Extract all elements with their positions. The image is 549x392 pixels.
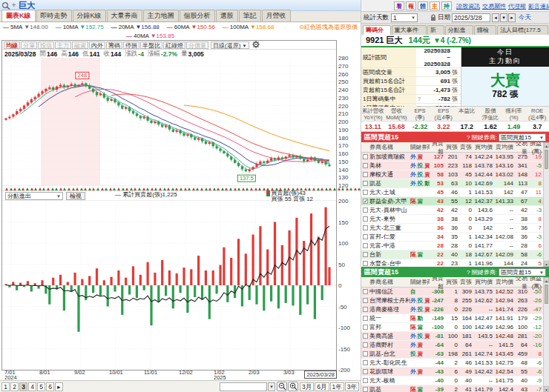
checkbox[interactable] <box>363 154 368 159</box>
gear-icon[interactable] <box>252 41 260 50</box>
analysis-tab-1[interactable]: 籌碼分析 <box>363 25 391 35</box>
table-row[interactable]: 統一隔,動-14915164142.47141.91179-29 <box>361 314 549 323</box>
add-icon[interactable]: + <box>12 1 16 9</box>
chart-tool-內外[interactable]: 內外 <box>89 41 105 49</box>
table-row[interactable]: ✓群益金鼎-大甲隔,當435512142.37141.33674 <box>361 197 549 206</box>
checkbox[interactable] <box>363 163 368 168</box>
chart-tool-停損[interactable]: 停損 <box>123 41 139 49</box>
analysis-tab-5[interactable]: 體檢表 <box>474 25 496 35</box>
table-row[interactable]: 凱基隔,當-39241141.79142.443-7 <box>361 385 549 392</box>
table-row[interactable]: 美商高盛外,投,資-81100181143.5142.48281-20 <box>361 332 549 341</box>
net-buy-sell-chart[interactable] <box>2 201 336 370</box>
checkbox[interactable] <box>363 172 368 177</box>
analysis-tab-3[interactable]: 新聞 <box>427 25 444 35</box>
buy-key-select[interactable]: 區間買超15▼ <box>499 133 546 142</box>
chart-tool-籌碼[interactable]: 籌碼 <box>106 41 122 49</box>
chart-tool-半盤比[interactable]: 半盤比 <box>140 41 162 49</box>
period-button-1年[interactable]: 1年 <box>330 382 344 391</box>
tab-6[interactable]: 個股分析 <box>180 10 215 21</box>
lock-icon[interactable] <box>430 14 436 21</box>
page-button-1[interactable]: 1 <box>1 382 10 391</box>
range-input[interactable] <box>220 382 267 391</box>
stat-days-select[interactable]: 1▼ <box>391 13 418 22</box>
period-button-3月[interactable]: 3月 <box>300 382 314 391</box>
checkbox[interactable]: ✓ <box>363 199 368 204</box>
table-row[interactable]: 凱基-台北投,資-63198261142.74143.454598 <box>361 350 549 359</box>
analysis-tab-2[interactable]: 重大事件(1) <box>392 25 427 35</box>
date-next-button[interactable]: ► <box>508 13 516 22</box>
zoom-in-button[interactable] <box>288 382 298 391</box>
table-scrollbar[interactable]: ▲▼ <box>543 277 549 392</box>
table-row[interactable]: 新加坡商瑞銀外,資12720174142.24143.9527519 <box>361 153 549 162</box>
checkbox[interactable] <box>363 234 368 239</box>
checkbox[interactable] <box>363 225 368 230</box>
table-row[interactable]: 花旗環球外,資-43649142.42142.5455-6 <box>361 368 549 376</box>
table-row[interactable]: 台新隔,當224018142.67142.0958-6 <box>361 250 549 259</box>
quick-button-體檢[interactable]: 體檢 <box>418 1 428 10</box>
quick-button-主力[interactable]: 主力 <box>430 1 440 10</box>
quick-link-交易屬性[interactable]: 交易屬性 <box>482 3 506 10</box>
period-button-3年[interactable]: 3年 <box>345 382 359 391</box>
tab-8[interactable]: 筆記 <box>239 10 261 21</box>
checkbox[interactable] <box>363 207 368 213</box>
search-icon[interactable] <box>1 1 11 10</box>
table-row[interactable]: 元大-東勢38380143.29--388 <box>361 215 549 224</box>
table-row[interactable]: 元大-土城45461141.531424711 <box>361 188 549 197</box>
period-button-6月[interactable]: 6月 <box>315 382 329 391</box>
table-row[interactable]: 富邦-仁愛34351142.34142.0836-3 <box>361 233 549 242</box>
analysis-tab-6[interactable]: 法人目標(177.5元) <box>497 25 548 35</box>
quick-link-代理權[interactable]: 代理權 <box>508 3 526 10</box>
chart-tool-融資[interactable]: 融資 <box>72 41 88 49</box>
table-row[interactable]: 美林外,投,資105223118143.78143.16341-5 <box>361 162 549 170</box>
scroll-up-arrow[interactable]: ▲ <box>544 277 549 283</box>
page-button-2[interactable]: 2 <box>10 382 19 391</box>
checkbox[interactable] <box>363 298 368 303</box>
scroll-down-arrow[interactable]: ▼ <box>544 261 549 267</box>
analysis-tab-4[interactable]: 分點進出 <box>445 25 473 35</box>
table-scrollbar[interactable]: ▲▼ <box>543 142 549 267</box>
date-prev-button[interactable]: ◄ <box>492 13 499 22</box>
checkbox[interactable] <box>363 216 368 222</box>
checkbox[interactable] <box>363 289 368 294</box>
checkbox[interactable] <box>363 252 368 257</box>
checkbox[interactable] <box>363 325 368 330</box>
page-button-5[interactable]: 5 <box>37 382 45 391</box>
today-button[interactable]: 今天 <box>519 13 531 22</box>
quick-button-報告[interactable]: 報告 <box>406 1 416 10</box>
checkbox[interactable] <box>363 316 368 321</box>
checkbox[interactable] <box>363 342 368 348</box>
table-row[interactable]: 元富-中港28280141.77--286 <box>361 242 549 250</box>
checkbox[interactable] <box>363 190 368 195</box>
quick-button-持股[interactable]: 持股 <box>441 1 452 10</box>
period-select[interactable]: 日線(還原) ▼ <box>211 41 249 49</box>
checkbox[interactable] <box>363 369 368 374</box>
chart-tool-分價量[interactable]: 分價量 <box>186 41 208 49</box>
quick-link-證股資訊[interactable]: 證股資訊 <box>456 3 480 10</box>
chart-tool-主力[interactable]: 主力 <box>55 41 71 49</box>
tab-3[interactable]: 分鐘K線 <box>73 10 106 21</box>
tab-9[interactable]: 月營收 <box>262 10 291 21</box>
chart-tool-均線[interactable]: 均線 <box>4 41 20 49</box>
page-button-4[interactable]: 4 <box>28 382 36 391</box>
checkbox[interactable] <box>363 243 368 248</box>
table-row[interactable]: 元大-彰化民生-44246141.53142.7548-6 <box>361 359 549 368</box>
date-input[interactable]: 2025/3/28 <box>452 13 490 22</box>
view-button[interactable]: 檢視 <box>66 192 85 200</box>
scroll-thumb[interactable] <box>545 150 548 169</box>
scroll-thumb[interactable] <box>545 285 548 304</box>
checkbox[interactable] <box>363 360 368 365</box>
chart-tool-投信[interactable]: 投信 <box>38 41 54 49</box>
table-row[interactable]: 港商野村外,資-64064--141.564-16 <box>361 341 549 350</box>
date-caret-button[interactable]: ▼ <box>500 13 507 22</box>
range-dropdown-caret[interactable]: ▼ <box>268 382 275 391</box>
quick-link-影音連結[interactable]: 影音連結 <box>528 3 549 10</box>
table-row[interactable]: 富邦隔,當-1000100142.49142.96100-12 <box>361 323 549 332</box>
checkbox[interactable] <box>363 378 368 383</box>
sell-key-select[interactable]: 區間賣超15▼ <box>499 268 546 276</box>
tab-5[interactable]: 主力地圖 <box>143 10 179 21</box>
tab-4[interactable]: 大量券商 <box>107 10 142 21</box>
checkbox[interactable] <box>363 307 368 312</box>
table-row[interactable]: 永豐金-台中22231141.96144245 <box>361 259 549 267</box>
tab-2[interactable]: 即時走勢 <box>36 10 72 21</box>
checkbox[interactable] <box>363 333 368 339</box>
